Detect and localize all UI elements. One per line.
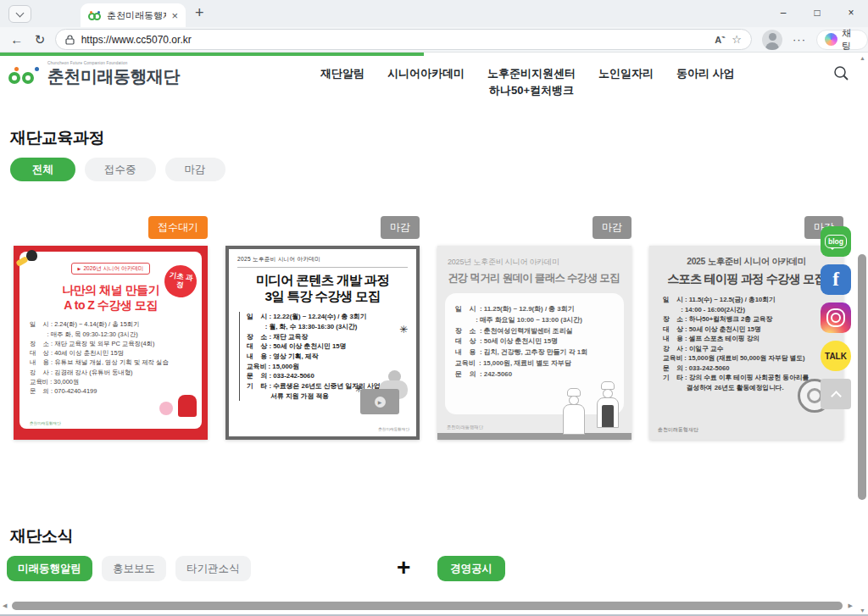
window-close-button[interactable]: × (834, 0, 868, 25)
filter-closed[interactable]: 마감 (165, 158, 225, 181)
horizontal-scrollbar[interactable]: ◀ ▶ (0, 599, 853, 613)
section-title-news: 재단소식 (10, 525, 73, 547)
nav-item-retirement-center[interactable]: 노후준비지원센터 하나50+컬처뱅크 (487, 68, 576, 96)
course-card-sports-taping[interactable]: 마감 2025 노후준비 시니어 아카데미 스포츠 테이핑 과정 수강생 모집 … (649, 216, 843, 440)
poster-title: 스포츠 테이핑 과정 수강생 모집 (658, 271, 835, 287)
scroll-left-arrow[interactable]: ◀ (3, 602, 7, 609)
poster-info-line: 장 소 : 하나50+컬처뱅크 2층 교육장 (663, 314, 835, 325)
news-more-plus-button[interactable]: + (397, 554, 410, 581)
naver-blog-icon[interactable]: blog (821, 226, 851, 257)
illustration-chefs (560, 381, 623, 434)
course-card-channel-making[interactable]: 접수대기 ▶ 2026년 시니어 아카데미 기초 과정 나만의 채널 만들기 A… (14, 216, 208, 440)
course-poster: ▶ 2026년 시니어 아카데미 기초 과정 나만의 채널 만들기 A to Z… (14, 246, 208, 440)
course-poster: 2025 노후준비 시니어 아카데미 미디어 콘텐츠 개발 과정 3일 특강 수… (225, 246, 420, 440)
tab-search-dropdown-button[interactable] (8, 5, 31, 23)
poster-tag: 2025 노후준비 시니어 아카데미 (658, 256, 835, 268)
course-card-media-content[interactable]: 마감 2025 노후준비 시니어 아카데미 미디어 콘텐츠 개발 과정 3일 특… (225, 216, 420, 440)
more-menu-icon[interactable]: ··· (793, 33, 806, 46)
chevron-up-icon (831, 391, 842, 402)
new-tab-button[interactable]: + (195, 5, 204, 20)
copilot-icon (825, 33, 837, 46)
news-tab-press[interactable]: 홍보보도 (102, 556, 166, 581)
lock-icon[interactable] (65, 35, 75, 45)
poster-info-line: 장 소 : 재단 교육장 및 외부 PC 교육장(4회) (30, 339, 193, 348)
scroll-right-arrow[interactable]: ▶ (849, 602, 853, 609)
nav-item-club-business[interactable]: 동아리 사업 (676, 68, 735, 79)
illustration-person (26, 250, 37, 261)
poster-info-line: 일 시 : 11.25(화) ~ 12.9(화) / 총 3회기 (455, 304, 614, 315)
news-tab-future-companion[interactable]: 미래동행알림 (7, 556, 92, 581)
tab-title: 춘천미래동행재단 (107, 9, 166, 22)
status-badge: 마감 (593, 216, 632, 239)
window-maximize-button[interactable]: □ (800, 0, 834, 25)
address-bar[interactable]: https://www.cc5070.or.kr A⌁ ☆ (55, 29, 752, 50)
scroll-down-arrow[interactable]: ▼ (860, 608, 865, 613)
nav-item-senior-jobs[interactable]: 노인일자리 (598, 68, 654, 79)
browser-tab[interactable]: 춘천미래동행재단 × (81, 3, 186, 27)
course-poster: 2025년 노후준비 시니어 아카데미 건강 먹거리 원데이 클래스 수강생 모… (437, 246, 632, 440)
course-card-healthy-food[interactable]: 마감 2025년 노후준비 시니어 아카데미 건강 먹거리 원데이 클래스 수강… (437, 216, 632, 440)
window-minimize-button[interactable]: – (766, 0, 800, 25)
webpage: Chuncheon Future Companion Foundation 춘천… (0, 53, 868, 616)
vertical-scrollbar[interactable]: ▲ ▼ (855, 53, 868, 616)
tab-close-icon[interactable]: × (171, 10, 178, 21)
site-header: Chuncheon Future Companion Foundation 춘천… (0, 56, 868, 108)
filter-all[interactable]: 전체 (10, 158, 75, 181)
poster-info-line: 문 의 : 070-4240-4199 (30, 386, 193, 396)
poster-info-line: 대 상 : 50세 이상 춘천시민 15명 (247, 341, 408, 352)
page-loading-progress-bar (0, 53, 424, 56)
site-logo[interactable]: Chuncheon Future Companion Foundation 춘천… (8, 61, 180, 88)
poster-tag: 2025년 노후준비 시니어 아카데미 (448, 257, 621, 268)
poster-info-line: 장 소 : 춘천여성인력개발센터 조리실 (455, 326, 614, 337)
copilot-button[interactable]: 채팅 (816, 30, 868, 50)
search-icon[interactable] (833, 65, 849, 85)
nav-item-senior-academy[interactable]: 시니어아카데미 (387, 68, 465, 79)
illustration-person-laptop: ▶ (360, 370, 409, 414)
read-aloud-icon[interactable]: A⌁ (715, 34, 725, 45)
instagram-icon[interactable] (821, 302, 851, 333)
poster-info-line: 문 의 : 033-242-5060 (663, 363, 835, 374)
poster-tag: 2025 노후준비 시니어 아카데미 (237, 256, 408, 264)
facebook-icon[interactable]: f (821, 264, 851, 295)
vertical-scrollbar-thumb[interactable] (858, 254, 866, 500)
browser-toolbar: ← ↻ https://www.cc5070.or.kr A⌁ ☆ ··· 채팅 (0, 27, 868, 53)
main-navigation: 재단알림 시니어아카데미 노후준비지원센터 하나50+컬처뱅크 노인일자리 동아… (320, 68, 735, 96)
poster-title: 건강 먹거리 원데이 클래스 수강생 모집 (448, 271, 621, 286)
poster-info-line: 장 소 : 재단 교육장 (247, 332, 408, 342)
status-badge: 마감 (381, 216, 420, 239)
section-title-education: 재단교육과정 (10, 127, 104, 149)
profile-avatar[interactable] (762, 30, 782, 50)
poster-info-line: 일 시 : 2.24(화) ~ 4.14(화) / 총 15회기 (30, 319, 193, 329)
illustration-arm (15, 256, 29, 267)
poster-footer-logos: 춘천미래동행재단 (30, 421, 192, 425)
browser-tab-bar: 춘천미래동행재단 × + – □ × (0, 0, 868, 27)
refresh-button[interactable]: ↻ (28, 32, 51, 47)
scroll-up-arrow[interactable]: ▲ (860, 55, 865, 61)
kakaotalk-icon[interactable]: TALK (821, 341, 851, 371)
poster-info-line: 일 시 : 11.5(수) ~ 12.5(금) / 총10회기 (663, 295, 835, 305)
site-favicon (88, 11, 102, 20)
poster-info-line: 대 상 : 50세 이상 춘천시민 15명 (663, 325, 835, 335)
back-button[interactable]: ← (5, 32, 28, 47)
scroll-to-top-button[interactable] (821, 379, 851, 409)
divider (237, 267, 408, 268)
asterisk-decoration: ✳ (399, 324, 408, 336)
poster-info-line: 교육비 : 30,000원 (30, 377, 193, 386)
education-filter-tabs: 전체 접수중 마감 (10, 158, 225, 181)
horizontal-scrollbar-thumb[interactable] (12, 602, 843, 610)
poster-info-line: 내 용 : 유튜브 채널 개설, 영상 기획 및 제작 실습 (30, 358, 193, 367)
poster-footer-logos: 춘천미래동행재단 (378, 427, 409, 431)
favorites-star-icon[interactable]: ☆ (732, 34, 742, 45)
copilot-label: 채팅 (842, 27, 860, 53)
poster-info-line: 내 용 : 셀프 스포츠 테이핑 강의 (663, 334, 835, 344)
poster-info-line: 대 상 : 40세 이상 춘천시민 15명 (30, 348, 193, 358)
filter-open[interactable]: 접수중 (85, 158, 156, 181)
poster-info-line: : 매주 화, 목 09:30-12:30 (3시간) (30, 330, 193, 339)
poster-info-line: : 매주 화요일 10:00 ~ 13:00 (3시간) (455, 315, 614, 326)
url-text[interactable]: https://www.cc5070.or.kr (81, 34, 709, 46)
management-disclosure-button[interactable]: 경영공시 (437, 556, 505, 581)
news-tab-other-orgs[interactable]: 타기관소식 (175, 556, 251, 581)
play-icon: ▶ (375, 397, 386, 408)
nav-item-foundation-news[interactable]: 재단알림 (320, 68, 364, 79)
poster-title: 미디어 콘텐츠 개발 과정 3일 특강 수강생 모집 (237, 273, 408, 304)
